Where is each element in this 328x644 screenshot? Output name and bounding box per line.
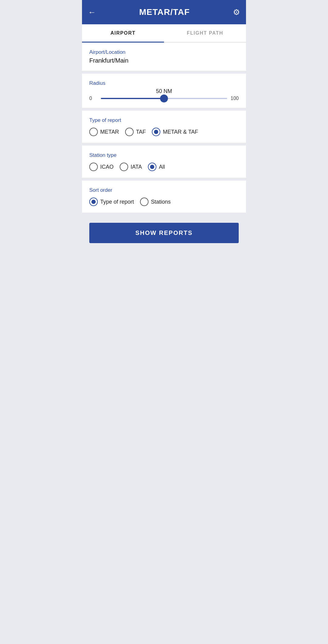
radio-metar[interactable]: METAR [89,128,119,136]
divider-1 [82,71,246,74]
sort-order-group: Type of report Stations [89,198,239,206]
type-of-report-group: METAR TAF METAR & TAF [89,128,239,136]
radio-label-sort-type: Type of report [100,199,134,205]
radius-section: Radius 50 NM 0 100 [82,74,246,108]
radio-icao[interactable]: ICAO [89,163,114,171]
airport-location-section: Airport/Location Frankfurt/Main [82,43,246,71]
bottom-area: SHOW REPORTS [82,213,246,253]
divider-4 [82,178,246,181]
radio-label-sort-stations: Stations [151,199,171,205]
radio-circle-taf [125,128,134,136]
radio-sort-type-of-report[interactable]: Type of report [89,198,134,206]
tab-flight-path[interactable]: FLIGHT PATH [164,24,246,42]
radio-circle-sort-stations [140,198,149,206]
radius-label: Radius [89,80,239,86]
header: ← METAR/TAF ⚙ [82,0,246,24]
radio-label-taf: TAF [136,129,146,135]
radio-label-metar: METAR [100,129,119,135]
radio-circle-iata [120,163,128,171]
radio-label-icao: ICAO [100,164,114,170]
radius-slider-row: 0 100 [89,96,239,101]
tab-bar: AIRPORT FLIGHT PATH [82,24,246,43]
divider-2 [82,108,246,111]
radio-label-iata: IATA [131,164,142,170]
radio-circle-metar-taf [152,128,160,136]
radio-circle-sort-type [89,198,98,206]
radius-min: 0 [89,96,98,101]
tab-airport[interactable]: AIRPORT [82,24,164,42]
back-button[interactable]: ← [88,8,96,17]
radio-circle-all [148,163,156,171]
station-type-label: Station type [89,152,239,158]
radius-slider[interactable] [101,98,227,99]
sort-order-section: Sort order Type of report Stations [82,181,246,213]
radio-circle-metar [89,128,98,136]
radio-label-all: All [159,164,165,170]
radio-all[interactable]: All [148,163,165,171]
sort-order-label: Sort order [89,187,239,193]
radio-label-metar-taf: METAR & TAF [163,129,198,135]
radio-sort-stations[interactable]: Stations [140,198,171,206]
radius-max: 100 [230,96,239,101]
empty-space [82,253,246,374]
page-title: METAR/TAF [139,7,190,17]
settings-icon[interactable]: ⚙ [233,8,240,17]
show-reports-button[interactable]: SHOW REPORTS [89,223,239,243]
radio-taf[interactable]: TAF [125,128,146,136]
radio-metar-taf[interactable]: METAR & TAF [152,128,198,136]
airport-location-label: Airport/Location [89,49,239,55]
airport-location-value[interactable]: Frankfurt/Main [89,57,239,64]
station-type-section: Station type ICAO IATA All [82,146,246,178]
radius-value: 50 NM [89,88,239,95]
radio-iata[interactable]: IATA [120,163,142,171]
station-type-group: ICAO IATA All [89,163,239,171]
divider-3 [82,143,246,146]
type-of-report-label: Type of report [89,117,239,123]
radio-circle-icao [89,163,98,171]
type-of-report-section: Type of report METAR TAF METAR & TAF [82,111,246,143]
